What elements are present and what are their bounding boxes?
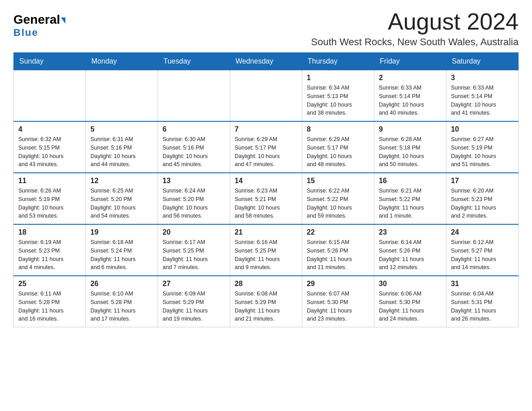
calendar-cell: 15Sunrise: 6:22 AMSunset: 5:22 PMDayligh… [302, 173, 374, 224]
day-info: Sunrise: 6:28 AMSunset: 5:18 PMDaylight:… [379, 135, 442, 169]
location-title: South West Rocks, New South Wales, Austr… [311, 36, 519, 48]
day-info: Sunrise: 6:18 AMSunset: 5:24 PMDaylight:… [90, 238, 153, 272]
calendar-cell: 5Sunrise: 6:31 AMSunset: 5:16 PMDaylight… [86, 121, 158, 173]
day-info: Sunrise: 6:30 AMSunset: 5:16 PMDaylight:… [163, 135, 225, 169]
calendar-cell: 9Sunrise: 6:28 AMSunset: 5:18 PMDaylight… [374, 121, 446, 173]
calendar: SundayMondayTuesdayWednesdayThursdayFrid… [13, 52, 519, 327]
calendar-cell: 31Sunrise: 6:04 AMSunset: 5:31 PMDayligh… [446, 276, 519, 327]
day-of-week-header: Thursday [302, 53, 374, 70]
day-of-week-header: Tuesday [158, 53, 230, 70]
day-of-week-header: Wednesday [230, 53, 302, 70]
calendar-week-row: 18Sunrise: 6:19 AMSunset: 5:23 PMDayligh… [14, 224, 519, 276]
day-of-week-header: Sunday [14, 53, 86, 70]
calendar-cell: 12Sunrise: 6:25 AMSunset: 5:20 PMDayligh… [86, 173, 158, 224]
calendar-cell: 6Sunrise: 6:30 AMSunset: 5:16 PMDaylight… [158, 121, 230, 173]
calendar-cell: 19Sunrise: 6:18 AMSunset: 5:24 PMDayligh… [86, 224, 158, 276]
day-info: Sunrise: 6:11 AMSunset: 5:28 PMDaylight:… [18, 290, 81, 323]
logo: General Blue [13, 13, 65, 39]
day-number: 21 [235, 228, 297, 236]
day-number: 30 [379, 280, 442, 288]
calendar-cell: 2Sunrise: 6:33 AMSunset: 5:14 PMDaylight… [374, 70, 446, 122]
calendar-week-row: 11Sunrise: 6:26 AMSunset: 5:19 PMDayligh… [14, 173, 519, 224]
calendar-cell: 14Sunrise: 6:23 AMSunset: 5:21 PMDayligh… [230, 173, 302, 224]
day-number: 8 [307, 125, 369, 133]
day-number: 2 [379, 74, 442, 82]
calendar-cell: 27Sunrise: 6:09 AMSunset: 5:29 PMDayligh… [158, 276, 230, 327]
day-info: Sunrise: 6:34 AMSunset: 5:13 PMDaylight:… [307, 84, 369, 117]
calendar-cell: 18Sunrise: 6:19 AMSunset: 5:23 PMDayligh… [14, 224, 86, 276]
day-number: 24 [451, 228, 514, 236]
calendar-body: 1Sunrise: 6:34 AMSunset: 5:13 PMDaylight… [14, 70, 519, 327]
header-area: General Blue August 2024 South West Rock… [13, 9, 519, 48]
day-info: Sunrise: 6:14 AMSunset: 5:26 PMDaylight:… [379, 238, 442, 272]
day-of-week-header: Monday [86, 53, 158, 70]
calendar-cell: 29Sunrise: 6:07 AMSunset: 5:30 PMDayligh… [302, 276, 374, 327]
day-number: 10 [451, 125, 514, 133]
calendar-cell: 30Sunrise: 6:06 AMSunset: 5:30 PMDayligh… [374, 276, 446, 327]
day-info: Sunrise: 6:24 AMSunset: 5:20 PMDaylight:… [163, 187, 225, 220]
title-area: August 2024 South West Rocks, New South … [311, 9, 519, 48]
day-info: Sunrise: 6:19 AMSunset: 5:23 PMDaylight:… [18, 238, 81, 272]
calendar-cell [158, 70, 230, 122]
calendar-cell: 3Sunrise: 6:33 AMSunset: 5:14 PMDaylight… [446, 70, 519, 122]
day-number: 26 [90, 280, 153, 288]
calendar-cell: 21Sunrise: 6:16 AMSunset: 5:25 PMDayligh… [230, 224, 302, 276]
day-info: Sunrise: 6:17 AMSunset: 5:25 PMDaylight:… [163, 238, 225, 272]
day-info: Sunrise: 6:33 AMSunset: 5:14 PMDaylight:… [379, 84, 442, 117]
day-info: Sunrise: 6:20 AMSunset: 5:23 PMDaylight:… [451, 187, 514, 220]
calendar-cell: 17Sunrise: 6:20 AMSunset: 5:23 PMDayligh… [446, 173, 519, 224]
calendar-cell: 23Sunrise: 6:14 AMSunset: 5:26 PMDayligh… [374, 224, 446, 276]
day-info: Sunrise: 6:29 AMSunset: 5:17 PMDaylight:… [307, 135, 369, 169]
calendar-cell: 8Sunrise: 6:29 AMSunset: 5:17 PMDaylight… [302, 121, 374, 173]
calendar-cell: 11Sunrise: 6:26 AMSunset: 5:19 PMDayligh… [14, 173, 86, 224]
calendar-cell: 7Sunrise: 6:29 AMSunset: 5:17 PMDaylight… [230, 121, 302, 173]
day-number: 16 [379, 177, 442, 185]
day-number: 12 [90, 177, 153, 185]
calendar-cell: 22Sunrise: 6:15 AMSunset: 5:26 PMDayligh… [302, 224, 374, 276]
calendar-header: SundayMondayTuesdayWednesdayThursdayFrid… [14, 53, 519, 70]
logo-general: General [13, 13, 60, 26]
day-number: 15 [307, 177, 369, 185]
day-number: 28 [235, 280, 297, 288]
day-number: 31 [451, 280, 514, 288]
calendar-cell: 13Sunrise: 6:24 AMSunset: 5:20 PMDayligh… [158, 173, 230, 224]
calendar-cell [14, 70, 86, 122]
day-number: 7 [235, 125, 297, 133]
logo-text: General [13, 13, 65, 26]
day-number: 29 [307, 280, 369, 288]
calendar-cell: 28Sunrise: 6:08 AMSunset: 5:29 PMDayligh… [230, 276, 302, 327]
calendar-cell: 24Sunrise: 6:12 AMSunset: 5:27 PMDayligh… [446, 224, 519, 276]
logo-triangle-icon [61, 17, 65, 24]
day-info: Sunrise: 6:29 AMSunset: 5:17 PMDaylight:… [235, 135, 297, 169]
calendar-cell [230, 70, 302, 122]
logo-blue: Blue [13, 27, 39, 39]
day-of-week-header: Friday [374, 53, 446, 70]
day-number: 6 [163, 125, 225, 133]
day-info: Sunrise: 6:23 AMSunset: 5:21 PMDaylight:… [235, 187, 297, 220]
day-number: 11 [18, 177, 81, 185]
day-number: 20 [163, 228, 225, 236]
day-info: Sunrise: 6:31 AMSunset: 5:16 PMDaylight:… [90, 135, 153, 169]
day-number: 14 [235, 177, 297, 185]
day-number: 9 [379, 125, 442, 133]
calendar-cell: 25Sunrise: 6:11 AMSunset: 5:28 PMDayligh… [14, 276, 86, 327]
day-info: Sunrise: 6:25 AMSunset: 5:20 PMDaylight:… [90, 187, 153, 220]
day-of-week-header: Saturday [446, 53, 519, 70]
calendar-cell: 16Sunrise: 6:21 AMSunset: 5:22 PMDayligh… [374, 173, 446, 224]
day-info: Sunrise: 6:21 AMSunset: 5:22 PMDaylight:… [379, 187, 442, 220]
calendar-cell: 26Sunrise: 6:10 AMSunset: 5:28 PMDayligh… [86, 276, 158, 327]
calendar-week-row: 25Sunrise: 6:11 AMSunset: 5:28 PMDayligh… [14, 276, 519, 327]
day-number: 25 [18, 280, 81, 288]
day-number: 5 [90, 125, 153, 133]
calendar-cell: 1Sunrise: 6:34 AMSunset: 5:13 PMDaylight… [302, 70, 374, 122]
day-number: 3 [451, 74, 514, 82]
day-info: Sunrise: 6:16 AMSunset: 5:25 PMDaylight:… [235, 238, 297, 272]
calendar-cell: 4Sunrise: 6:32 AMSunset: 5:15 PMDaylight… [14, 121, 86, 173]
day-info: Sunrise: 6:09 AMSunset: 5:29 PMDaylight:… [163, 290, 225, 323]
day-number: 17 [451, 177, 514, 185]
calendar-week-row: 4Sunrise: 6:32 AMSunset: 5:15 PMDaylight… [14, 121, 519, 173]
day-number: 4 [18, 125, 81, 133]
day-info: Sunrise: 6:06 AMSunset: 5:30 PMDaylight:… [379, 290, 442, 323]
day-info: Sunrise: 6:27 AMSunset: 5:19 PMDaylight:… [451, 135, 514, 169]
calendar-cell: 20Sunrise: 6:17 AMSunset: 5:25 PMDayligh… [158, 224, 230, 276]
